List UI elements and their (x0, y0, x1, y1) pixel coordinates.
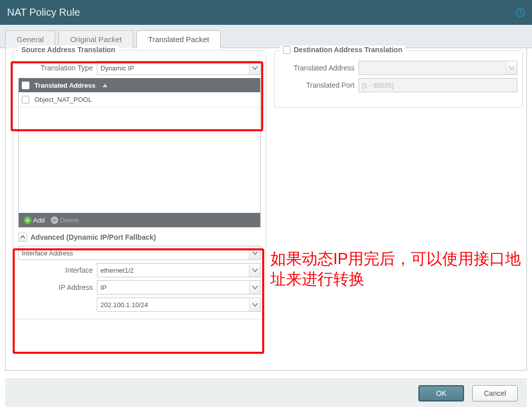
minus-icon: − (51, 216, 58, 224)
grid-body: Object_NAT_POOL (19, 92, 260, 213)
grid-select-all-checkbox[interactable] (22, 82, 29, 89)
grid-header-label: Translated Address (34, 82, 95, 89)
dest-translated-port-input: [1 - 65535] (359, 78, 517, 92)
group-title-dest: Destination Address Translation (280, 46, 405, 54)
row-text: Object_NAT_POOL (34, 96, 92, 103)
grid-header[interactable]: Translated Address (19, 78, 260, 92)
advanced-section-header[interactable]: Advanced (Dynamic IP/Port Fallback) (18, 233, 261, 242)
chevron-down-icon (506, 61, 517, 75)
chevron-down-icon (249, 264, 260, 277)
dest-translated-port-label: Translated Port (280, 81, 359, 89)
title-bar: NAT Policy Rule ? (0, 0, 532, 25)
advanced-title: Advanced (Dynamic IP/Port Fallback) (30, 233, 156, 241)
ip-type-value: IP (100, 284, 107, 291)
chevron-down-icon (249, 281, 260, 294)
ip-address-input[interactable]: 202.100.1.10/24 (97, 298, 261, 312)
window-title: NAT Policy Rule (7, 7, 80, 18)
dest-title-text: Destination Address Translation (294, 46, 402, 54)
collapse-toggle[interactable] (18, 233, 27, 242)
delete-label: Delete (60, 216, 79, 224)
fallback-mode-value: Interface Address (22, 249, 73, 257)
source-address-translation-group: Source Address Translation Translation T… (13, 50, 266, 319)
dest-translated-port-placeholder: [1 - 65535] (362, 82, 394, 89)
row-checkbox[interactable] (22, 96, 29, 103)
dest-translated-address-dropdown (359, 61, 517, 75)
plus-icon: + (24, 216, 31, 224)
chevron-down-icon (249, 246, 260, 260)
destination-address-translation-group: Destination Address Translation Translat… (274, 50, 523, 108)
tab-content: Source Address Translation Translation T… (5, 48, 527, 371)
chevron-down-icon (249, 61, 260, 75)
group-title-source: Source Address Translation (18, 46, 118, 54)
table-row[interactable]: Object_NAT_POOL (19, 92, 260, 107)
fallback-mode-dropdown[interactable]: Interface Address (18, 246, 261, 260)
dialog-footer: OK Cancel (5, 379, 527, 407)
translation-type-label: Translation Type (18, 64, 97, 72)
chevron-down-icon (249, 298, 260, 311)
translated-address-grid: Translated Address Object_NAT_POOL + Add (18, 78, 261, 228)
help-icon[interactable]: ? (516, 8, 525, 17)
tab-translated-packet[interactable]: Translated Packet (136, 30, 221, 48)
add-label: Add (33, 216, 45, 224)
ip-address-label: IP Address (18, 283, 97, 291)
ip-address-value: 202.100.1.10/24 (100, 301, 148, 309)
ip-type-dropdown[interactable]: IP (97, 280, 261, 294)
dest-translated-address-label: Translated Address (280, 64, 359, 72)
sort-ascending-icon (102, 84, 108, 87)
translation-type-dropdown[interactable]: Dynamic IP (97, 61, 261, 75)
grid-toolbar: + Add − Delete (19, 213, 260, 227)
ok-button[interactable]: OK (418, 385, 464, 401)
translation-type-value: Dynamic IP (100, 64, 134, 72)
interface-dropdown[interactable]: ethernet1/2 (97, 263, 261, 277)
interface-label: Interface (18, 266, 97, 274)
chevron-up-icon (20, 235, 25, 240)
tab-strip: General Original Packet Translated Packe… (0, 25, 532, 48)
grid-delete-button: − Delete (49, 215, 81, 225)
interface-value: ethernet1/2 (100, 267, 134, 274)
cancel-button[interactable]: Cancel (472, 385, 518, 401)
dest-enable-checkbox[interactable] (283, 46, 291, 54)
annotation-text: 如果动态IP用完后，可以使用接口地址来进行转换 (270, 249, 524, 290)
grid-add-button[interactable]: + Add (22, 215, 47, 225)
